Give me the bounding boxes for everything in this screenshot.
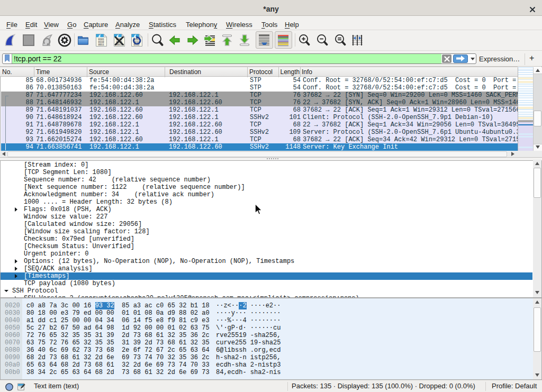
svg-text:0011: 0011: [98, 43, 104, 46]
